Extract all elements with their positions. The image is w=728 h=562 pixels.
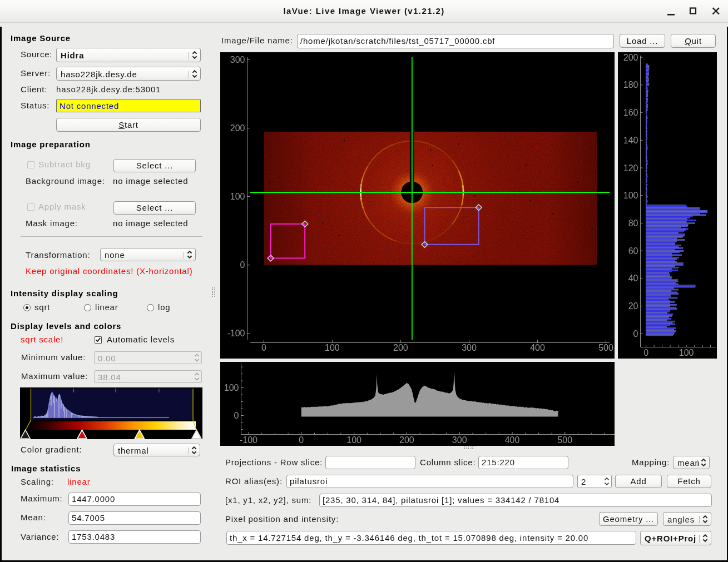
svg-text:80: 80 bbox=[628, 218, 638, 228]
svg-text:120: 120 bbox=[623, 163, 638, 173]
svg-text:300: 300 bbox=[452, 435, 467, 445]
svg-text:100: 100 bbox=[325, 343, 340, 352]
svg-text:40: 40 bbox=[628, 273, 638, 283]
svg-text:0: 0 bbox=[643, 348, 648, 357]
svg-text:-100: -100 bbox=[240, 435, 257, 445]
svg-text:100: 100 bbox=[623, 191, 638, 200]
svg-text:0: 0 bbox=[299, 435, 304, 445]
svg-text:100: 100 bbox=[346, 435, 361, 445]
svg-text:0: 0 bbox=[240, 260, 245, 270]
svg-text:0: 0 bbox=[261, 343, 266, 352]
svg-text:500: 500 bbox=[557, 435, 572, 445]
svg-text:400: 400 bbox=[505, 435, 520, 445]
svg-text:160: 160 bbox=[623, 108, 638, 117]
svg-text:140: 140 bbox=[623, 136, 638, 145]
svg-text:300: 300 bbox=[462, 343, 477, 352]
svg-text:500: 500 bbox=[598, 343, 613, 352]
svg-text:100: 100 bbox=[224, 383, 239, 392]
svg-text:200: 200 bbox=[230, 123, 245, 133]
svg-text:100: 100 bbox=[230, 192, 245, 201]
svg-text:100: 100 bbox=[679, 348, 694, 357]
svg-text:20: 20 bbox=[628, 301, 638, 311]
svg-text:200: 200 bbox=[393, 343, 408, 352]
svg-text:200: 200 bbox=[399, 435, 414, 445]
svg-text:300: 300 bbox=[230, 55, 245, 64]
svg-text:400: 400 bbox=[530, 343, 545, 352]
svg-text:-100: -100 bbox=[227, 329, 245, 338]
svg-text:180: 180 bbox=[623, 80, 638, 89]
svg-text:200: 200 bbox=[623, 53, 638, 62]
svg-text:60: 60 bbox=[628, 246, 638, 256]
svg-text:0: 0 bbox=[633, 329, 638, 339]
svg-text:0: 0 bbox=[234, 411, 239, 420]
